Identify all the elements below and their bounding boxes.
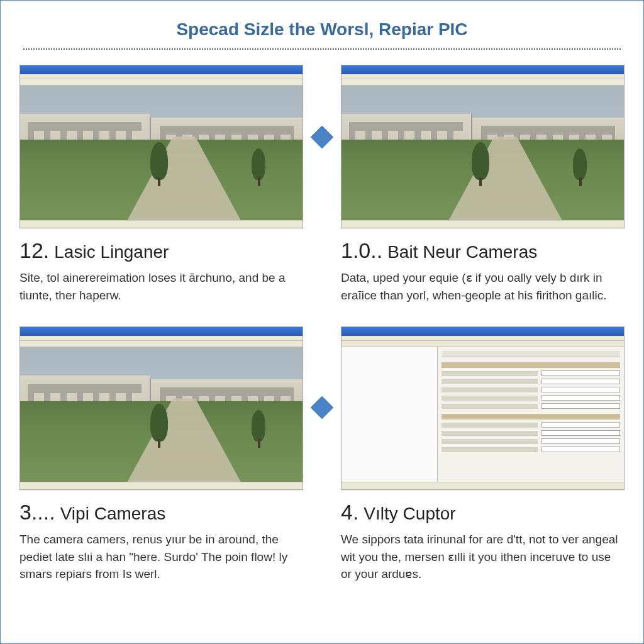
step-1-screenshot: [19, 65, 303, 228]
step-3: 3.... Vipi Cameras The camera camers, re…: [19, 326, 303, 583]
step-2-body: Data, uped your equie (ɛ if you oally ve…: [341, 269, 625, 304]
step-3-screenshot: [19, 326, 303, 490]
step-1: 12. Lasic Linganer Site, tol ainerereima…: [19, 65, 303, 304]
step-4-number: 4.: [341, 500, 358, 525]
steps-grid: 12. Lasic Linganer Site, tol ainerereima…: [19, 65, 625, 583]
step-4-body: We sippors tata irinunal for are d'tt, n…: [341, 531, 625, 583]
page-title: Specad Sizle the Worsl, Repiar PIC: [19, 13, 625, 48]
step-2-number: 1.0..: [341, 238, 382, 263]
step-1-label: Lasic Linganer: [54, 242, 169, 262]
arrow-icon: [311, 396, 334, 419]
step-4-screenshot: [341, 326, 625, 490]
step-2: 1.0.. Bait Neur Cameras Data, uped your …: [341, 65, 625, 304]
step-3-label: Vipi Cameras: [60, 504, 166, 524]
step-1-number: 12.: [19, 238, 49, 263]
step-3-number: 3....: [19, 500, 55, 525]
arrow-icon: [311, 126, 334, 149]
step-2-label: Bait Neur Cameras: [387, 242, 537, 262]
step-4: 4. Vılty Cuptor We sippors tata irinunal…: [341, 326, 625, 583]
step-4-label: Vılty Cuptor: [364, 504, 455, 524]
title-divider: [23, 48, 621, 50]
step-2-screenshot: [341, 65, 625, 228]
step-1-body: Site, tol ainerereimation loses it ārchu…: [19, 269, 303, 304]
step-3-body: The camera camers, renus yıur be in arou…: [19, 531, 303, 583]
